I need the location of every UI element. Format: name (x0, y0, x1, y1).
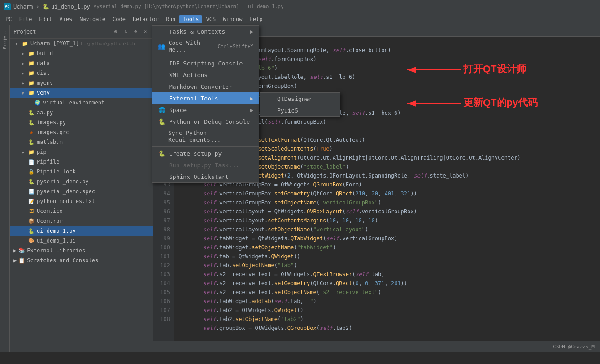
sphinx-label: Sphinx Quickstart (169, 173, 229, 180)
status-bar: CSDN @Crazzy_M (153, 341, 600, 352)
section-scratches-label: Scratches and Consoles (27, 257, 98, 264)
menu-vcs[interactable]: VCS (202, 15, 219, 23)
menu-code[interactable]: Code (109, 15, 129, 23)
sidebar-gear-btn[interactable]: ⚙ (131, 28, 139, 36)
tree-item-ui-demo-py[interactable]: 🐍 ui_demo_1.py (10, 226, 153, 236)
separator-2 (152, 146, 259, 147)
xml-label: XML Actions (169, 72, 208, 78)
menu-help[interactable]: Help (246, 15, 266, 23)
menu-external-tools[interactable]: External Tools ▶ QtDesigner Pyuic5 (152, 92, 259, 104)
tasks-label: Tasks & Contexts (169, 28, 225, 35)
code-with-me-label: Code With Me... (169, 39, 218, 53)
sidebar-close-btn[interactable]: × (141, 28, 149, 36)
menu-tasks-contexts[interactable]: Tasks & Contexts ▶ (152, 26, 259, 37)
external-tools-label: External Tools (169, 95, 218, 102)
ide-scripting-label: IDE Scripting Console (169, 60, 243, 67)
menu-view[interactable]: View (56, 15, 76, 23)
tree-item-ucom-ico[interactable]: 🖼 Ucom.ico (10, 206, 153, 216)
sidebar-sort-btn[interactable]: ⇅ (122, 28, 130, 36)
tree-item-root[interactable]: ▼ 📁 Ucharm [PYQT_1] H:\python\python\Uch (10, 39, 153, 48)
menu-bar: PC File Edit View Navigate Code Refactor… (0, 13, 600, 25)
python-console-label: Python or Debug Console (169, 118, 250, 125)
tree-item-matlab[interactable]: 🐍 matlab.m (10, 137, 153, 147)
code-with-me-shortcut: Ctrl+Shift+Y (218, 43, 253, 49)
menu-space[interactable]: 🌐 Space ▶ (152, 104, 259, 116)
tree-item-data[interactable]: ▶ 📁 data (10, 58, 153, 68)
menu-run[interactable]: Run (162, 15, 179, 23)
menu-qtdesigner[interactable]: QtDesigner (260, 93, 340, 104)
space-arrow: ▶ (250, 107, 253, 113)
menu-xml-actions[interactable]: XML Actions (152, 69, 259, 81)
tree-item-venv[interactable]: ▼ 📁 venv (10, 88, 153, 98)
menu-pc[interactable]: PC (2, 15, 15, 23)
create-setup-icon: 🐍 (157, 150, 166, 157)
create-setup-label: Create setup.py (169, 150, 222, 157)
section-scratches[interactable]: ▶ 📋 Scratches and Consoles (10, 256, 153, 265)
tree-item-aa[interactable]: 🐍 aa.py (10, 108, 153, 117)
menu-markdown[interactable]: Markdown Converter (152, 81, 259, 92)
tree-item-dist[interactable]: ▶ 📁 dist (10, 68, 153, 78)
menu-python-debug-console[interactable]: 🐍 Python or Debug Console (152, 116, 259, 127)
app-logo: PC (4, 3, 11, 10)
markdown-label: Markdown Converter (169, 83, 232, 90)
menu-refactor[interactable]: Refactor (129, 15, 162, 23)
title-separator: › (33, 4, 43, 10)
tasks-arrow: ▶ (250, 28, 253, 35)
menu-pyuic5[interactable]: Pyuic5 (260, 104, 340, 116)
sidebar-add-btn[interactable]: ⊕ (112, 28, 120, 36)
separator-1 (152, 56, 259, 56)
tree-item-pyserial-demo[interactable]: 🐍 pyserial_demo.py (10, 177, 153, 186)
file-icon: 🐍 (43, 4, 49, 10)
tree-item-python-modules[interactable]: 📝 python_modules.txt (10, 196, 153, 206)
sync-python-label: Sync Python Requirements... (168, 130, 253, 143)
tree-item-pip[interactable]: ▶ 📁 pip (10, 147, 153, 157)
menu-window[interactable]: Window (219, 15, 246, 23)
vertical-sidebar-tab: Project (0, 25, 10, 352)
external-tools-arrow: ▶ (250, 95, 253, 102)
sidebar: Project ⊕ ⇅ ⚙ × ▼ 📁 Ucharm [PYQT_1] H:\p… (10, 25, 153, 352)
menu-sync-python[interactable]: Sync Python Requirements... (152, 127, 259, 145)
status-text: CSDN @Crazzy_M (553, 344, 595, 350)
qtdesigner-label: QtDesigner (277, 95, 312, 102)
tree-root-label: Ucharm [PYQT_1] (30, 40, 79, 47)
menu-create-setup[interactable]: 🐍 Create setup.py (152, 147, 259, 159)
menu-ide-scripting[interactable]: IDE Scripting Console (152, 57, 259, 69)
tree-item-ucom-rar[interactable]: 📦 Ucom.rar (10, 216, 153, 226)
tree-item-virtual-env: 🌍 virtual environment (10, 98, 153, 108)
space-icon: 🌐 (157, 107, 166, 113)
tree-item-pipfile[interactable]: 📄 Pipfile (10, 157, 153, 167)
menu-file[interactable]: File (15, 15, 35, 23)
space-label: Space (169, 107, 187, 113)
tree-item-pipfile-lock[interactable]: 🔒 Pipfile.lock (10, 167, 153, 177)
title-filename: ui_demo_1.py (51, 4, 90, 10)
tools-dropdown-menu: Tasks & Contexts ▶ 👥 Code With Me... Ctr… (152, 25, 259, 183)
tree-item-build[interactable]: ▶ 📁 build (10, 48, 153, 58)
section-external-libs-label: External Libraries (27, 247, 85, 254)
menu-edit[interactable]: Edit (35, 15, 56, 23)
section-external-libs[interactable]: ▶ 📚 External Libraries (10, 246, 153, 256)
tree-item-pyserial-spec[interactable]: 📃 pyserial_demo.spec (10, 186, 153, 196)
tree-item-images-py[interactable]: 🐍 images.py (10, 117, 153, 127)
title-full: syserial_demo.py [H:\python\python\Uchar… (94, 4, 284, 9)
external-tools-submenu: QtDesigner Pyuic5 (260, 92, 340, 117)
pyuic5-label: Pyuic5 (277, 107, 298, 114)
sidebar-title: Project (13, 29, 112, 35)
tree-item-myenv[interactable]: ▶ 📁 myenv (10, 78, 153, 88)
menu-tools[interactable]: Tools (179, 15, 202, 23)
menu-sphinx[interactable]: Sphinx Quickstart (152, 171, 259, 182)
run-setup-label: Run setup.py Task... (169, 162, 239, 169)
sidebar-icons: ⊕ ⇅ ⚙ × (112, 28, 149, 36)
tree-item-images-qrc[interactable]: ◈ images.qrc (10, 127, 153, 137)
menu-run-setup: Run setup.py Task... (152, 159, 259, 171)
tree-item-ui-demo-ui[interactable]: 🎨 ui_demo_1.ui (10, 236, 153, 246)
code-with-me-icon: 👥 (157, 43, 166, 50)
python-console-icon: 🐍 (157, 118, 166, 125)
vtab-project[interactable]: Project (1, 27, 8, 53)
menu-navigate[interactable]: Navigate (76, 15, 109, 23)
main-layout: Project Project ⊕ ⇅ ⚙ × ▼ 📁 Ucharm [PYQT… (0, 25, 600, 352)
menu-code-with-me[interactable]: 👥 Code With Me... Ctrl+Shift+Y (152, 37, 259, 55)
title-bar: PC Ucharm › 🐍 ui_demo_1.py syserial_demo… (0, 0, 600, 13)
sidebar-header: Project ⊕ ⇅ ⚙ × (10, 25, 153, 39)
app-name: Ucharm (13, 4, 33, 10)
